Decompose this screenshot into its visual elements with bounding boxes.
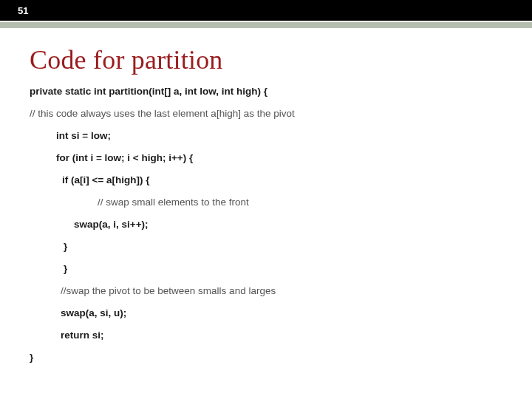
code-line: swap(a, si, u); xyxy=(61,307,510,318)
code-line: } xyxy=(30,352,510,363)
code-line: for (int i = low; i < high; i++) { xyxy=(56,152,510,163)
slide: 51 Code for partition private static int… xyxy=(0,0,532,399)
page-number: 51 xyxy=(18,5,28,16)
code-line: return si; xyxy=(61,330,510,341)
code-signature: private static int partition(int[] a, in… xyxy=(30,86,510,97)
slide-body: private static int partition(int[] a, in… xyxy=(0,86,532,363)
code-line: if (a[i] <= a[high]) { xyxy=(62,174,510,185)
slide-title: Code for partition xyxy=(0,28,532,86)
code-line: swap(a, i, si++); xyxy=(74,219,510,230)
code-comment-swap: // swap small elements to the front xyxy=(98,197,510,208)
code-comment-pivot: // this code always uses the last elemen… xyxy=(30,108,510,119)
code-line: int si = low; xyxy=(56,130,510,141)
code-line: } xyxy=(64,241,510,252)
title-accent-strip xyxy=(0,22,532,28)
code-comment-pivot-swap: //swap the pivot to be between smalls an… xyxy=(61,285,510,296)
code-line: } xyxy=(64,263,510,274)
page-number-bar: 51 xyxy=(0,0,532,21)
